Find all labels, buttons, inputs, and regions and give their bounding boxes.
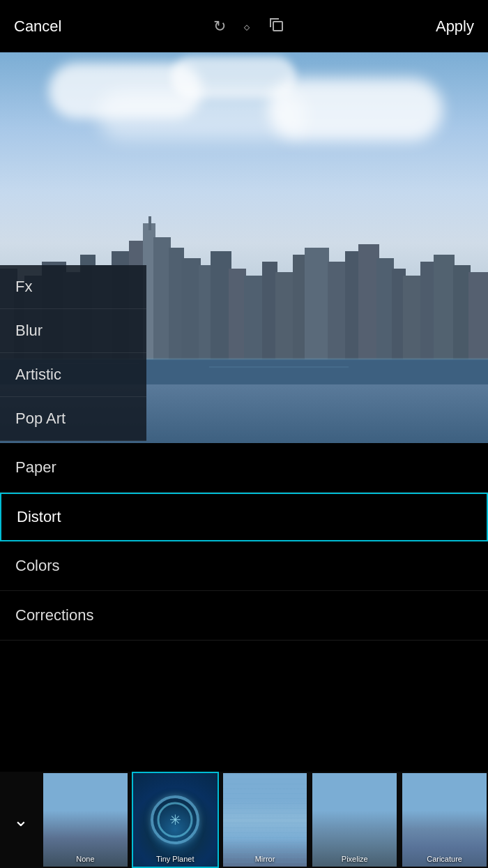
svg-rect-30 [420,262,436,359]
menu-item-artistic[interactable]: Artistic [0,353,146,397]
thumb-bg-caricature [402,773,487,867]
category-corrections[interactable]: Corrections [0,591,488,641]
thumb-bg-tiny [133,773,218,867]
chevron-down-button[interactable]: ⌄ [0,772,42,868]
thumb-label-mirror: Mirror [223,855,307,863]
thumb-label-none: None [43,855,128,863]
svg-rect-25 [345,251,360,359]
svg-rect-23 [305,248,329,359]
cancel-area: Cancel [14,17,61,36]
refresh-icon[interactable]: ↻ [213,17,226,36]
thumbnail-strip: ⌄ None Tiny Planet Mirror Pixelize [0,772,488,868]
chevron-down-icon: ⌄ [13,809,29,831]
thumbnail-none[interactable]: None [42,772,129,868]
svg-rect-18 [229,269,246,359]
svg-rect-0 [273,22,282,31]
svg-rect-24 [328,262,347,359]
thumb-label-caricature: Caricature [402,855,487,863]
svg-rect-29 [403,276,422,359]
svg-rect-26 [358,244,379,359]
toolbar-icons: ↻ ⬦ [213,16,284,36]
swirl-icon [151,795,199,844]
category-distort[interactable]: Distort [0,493,488,541]
thumb-bg-mirror [223,773,307,867]
svg-rect-33 [468,272,488,359]
thumb-bg-none [43,773,128,867]
menu-item-blur[interactable]: Blur [0,309,146,353]
thumbnail-mirror[interactable]: Mirror [222,772,309,868]
thumb-bg-pixelize [312,773,397,867]
svg-rect-15 [181,258,201,359]
svg-rect-36 [209,366,349,368]
thumbnail-list: None Tiny Planet Mirror Pixelize Caricat… [42,772,488,868]
eraser-icon[interactable]: ⬦ [243,18,251,34]
top-bar: Cancel ↻ ⬦ Apply [0,0,488,52]
menu-item-pop-art[interactable]: Pop Art [0,397,146,441]
svg-rect-31 [434,255,455,359]
thumbnail-pixelize[interactable]: Pixelize [311,772,398,868]
svg-rect-20 [262,262,277,359]
svg-rect-27 [376,258,394,359]
apply-area: Apply [436,17,474,36]
category-colors[interactable]: Colors [0,541,488,591]
svg-rect-32 [453,265,471,359]
thumbnail-caricature[interactable]: Caricature [401,772,488,868]
thumb-label-pixelize: Pixelize [312,855,397,863]
svg-rect-17 [211,251,231,359]
apply-button[interactable]: Apply [436,17,474,36]
cancel-button[interactable]: Cancel [14,17,61,36]
menu-item-fx[interactable]: Fx [0,265,146,309]
svg-rect-21 [275,272,295,359]
svg-rect-19 [244,276,265,359]
thumbnail-tiny-planet[interactable]: Tiny Planet [132,772,219,868]
left-filter-panel: Fx Blur Artistic Pop Art [0,265,146,441]
svg-rect-13 [153,237,171,359]
thumb-label-tiny: Tiny Planet [133,855,218,863]
svg-rect-12 [148,216,151,230]
copy-icon[interactable] [268,16,284,36]
category-paper[interactable]: Paper [0,443,488,493]
